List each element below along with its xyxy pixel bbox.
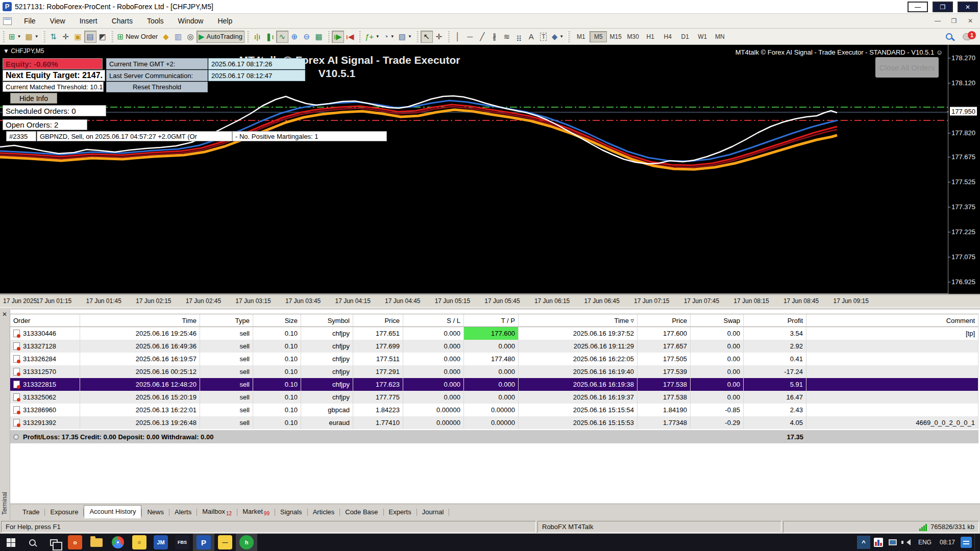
profiles-button[interactable]: ▦▼	[23, 31, 41, 43]
tab-experts[interactable]: Experts	[384, 506, 416, 518]
history-table-row[interactable]: 3133271282025.06.16 16:49:36sell0.10chfj…	[10, 340, 978, 353]
menu-charts[interactable]: Charts	[105, 14, 140, 28]
timeframe-w1[interactable]: W1	[694, 31, 711, 42]
tray-notification-icon[interactable]	[960, 536, 972, 548]
history-table-row[interactable]: 3133125702025.06.16 00:25:12sell0.10chfj…	[10, 365, 978, 378]
tray-display-icon[interactable]	[887, 536, 899, 548]
history-table-row[interactable]: 3133304462025.06.16 19:25:46sell0.10chfj…	[10, 327, 978, 340]
time-axis[interactable]: 17 Jun 202517 Jun 01:1517 Jun 01:4517 Ju…	[0, 294, 980, 307]
chart-close-icon[interactable]: ✕	[966, 17, 975, 24]
timeframe-d1[interactable]: D1	[676, 31, 694, 42]
price-scale[interactable]: 178.270178.120177.950177.820177.675177.5…	[948, 45, 980, 294]
restore-button[interactable]: ❐	[933, 2, 953, 12]
history-table-row[interactable]: 3133250622025.06.16 15:20:19sell0.10chfj…	[10, 391, 978, 404]
toolbar-grip[interactable]	[247, 31, 249, 42]
column-header-profit[interactable]: Profit	[744, 314, 806, 327]
data-window-button[interactable]: ✛	[60, 31, 72, 43]
chart-area[interactable]: MT4talk @ Forex AI Signal - Trade Execut…	[0, 45, 948, 294]
tab-market[interactable]: Market99	[237, 506, 275, 519]
zoom-in-button[interactable]: ⊕	[288, 31, 301, 43]
menu-view[interactable]: View	[43, 14, 72, 28]
channel-button[interactable]: ∦	[488, 31, 501, 43]
close-all-orders-button[interactable]: Close All Orders	[875, 57, 939, 78]
taskbar-search-button[interactable]	[21, 534, 43, 551]
tray-mt4-icon[interactable]	[872, 536, 885, 548]
taskbar-app-yellow[interactable]: —	[214, 534, 236, 551]
toolbar-grip[interactable]	[416, 31, 419, 42]
arrows-button[interactable]: ◆▼	[550, 31, 566, 43]
tab-news[interactable]: News	[142, 506, 169, 518]
strategy-tester-button[interactable]: ◩	[96, 31, 109, 43]
close-button[interactable]: ✕	[958, 2, 978, 12]
toolbar-grip[interactable]	[447, 31, 450, 42]
terminal-vertical-tab[interactable]: Terminal	[1, 492, 8, 515]
tab-mailbox[interactable]: Mailbox12	[197, 506, 237, 519]
grid-lines-button[interactable]: ⣶	[513, 31, 525, 43]
column-header-comment[interactable]: Comment	[806, 314, 978, 327]
menu-tools[interactable]: Tools	[140, 14, 171, 28]
tab-account-history[interactable]: Account History	[84, 505, 141, 518]
minimize-button[interactable]: —	[908, 2, 928, 12]
hide-info-button[interactable]: Hide Info	[10, 93, 57, 104]
timeframe-mn[interactable]: MN	[711, 31, 728, 42]
column-header-swap[interactable]: Swap	[691, 314, 744, 327]
indicators-button[interactable]: ƒ+▼	[363, 31, 382, 43]
history-table-row[interactable]: 3133228152025.06.16 12:48:20sell0.10chfj…	[10, 378, 978, 391]
fibonacci-button[interactable]: ≋	[501, 31, 513, 43]
text-button[interactable]: A	[525, 31, 537, 43]
column-header-size[interactable]: Size	[253, 314, 301, 327]
tile-windows-button[interactable]: ▦	[313, 31, 325, 43]
terminal-button[interactable]: ▤	[84, 31, 96, 43]
toolbar-grip[interactable]	[327, 31, 330, 42]
column-header-time[interactable]: Time	[80, 314, 200, 327]
history-table-row[interactable]: 3132869602025.06.13 16:22:01sell0.10gbpc…	[10, 404, 978, 416]
market-watch-button[interactable]: ⇅	[47, 31, 60, 43]
toolbar-grip[interactable]	[43, 31, 45, 42]
timeframe-m30[interactable]: M30	[624, 31, 642, 42]
menu-window[interactable]: Window	[171, 14, 211, 28]
taskbar-app-notes[interactable]: ≡	[129, 534, 150, 551]
text-label-button[interactable]: T	[537, 31, 550, 43]
timeframe-h4[interactable]: H4	[659, 31, 676, 42]
taskbar-app-mt4[interactable]: P	[193, 534, 214, 551]
history-table-row[interactable]: 3132913922025.06.13 19:26:48sell0.10eura…	[10, 416, 978, 429]
terminal-close-icon[interactable]: ✕	[2, 311, 7, 318]
toolbar-grip[interactable]	[111, 31, 113, 42]
taskbar-app-explorer[interactable]	[86, 534, 107, 551]
chart-shift-button[interactable]: ı◀	[344, 31, 356, 43]
auto-scroll-button[interactable]: ı▶	[332, 31, 344, 43]
chart-window-icon[interactable]	[3, 17, 12, 25]
taskbar-app-mail[interactable]: o	[64, 534, 86, 551]
tab-trade[interactable]: Trade	[17, 506, 44, 518]
notification-icon[interactable]: 1	[963, 33, 972, 40]
show-desktop-strip[interactable]	[974, 534, 977, 551]
menu-help[interactable]: Help	[210, 14, 239, 28]
chart-minimize-icon[interactable]: —	[933, 17, 942, 24]
timeframe-h1[interactable]: H1	[642, 31, 659, 42]
metaeditor-button[interactable]: ◆	[160, 31, 172, 43]
timeframe-m5[interactable]: M5	[590, 31, 607, 42]
line-chart-button[interactable]: ∿	[276, 31, 288, 43]
taskbar-app-chrome[interactable]	[107, 534, 129, 551]
timeframe-m15[interactable]: M15	[607, 31, 624, 42]
column-header-tp[interactable]: T / P	[464, 314, 519, 327]
chart-symbol-label[interactable]: ▼ CHFJPY,M5	[3, 47, 44, 55]
tray-clock[interactable]: 08:17	[937, 539, 958, 546]
tab-journal[interactable]: Journal	[417, 506, 449, 518]
tab-signals[interactable]: Signals	[275, 506, 307, 518]
column-header-type[interactable]: Type	[200, 314, 253, 327]
column-header-price[interactable]: Price	[353, 314, 403, 327]
vertical-line-button[interactable]: │	[452, 31, 464, 43]
reset-threshold-button[interactable]: Reset Threshold	[106, 82, 208, 92]
bar-chart-button[interactable]: ı|ı	[251, 31, 263, 43]
column-header-symbol[interactable]: Symbol	[301, 314, 353, 327]
task-view-button[interactable]	[43, 534, 64, 551]
toolbar-grip[interactable]	[2, 31, 5, 42]
trendline-button[interactable]: ╱	[476, 31, 488, 43]
search-icon[interactable]	[946, 33, 952, 40]
column-header-time2[interactable]: Time ▿	[519, 314, 638, 327]
tray-expand-icon[interactable]: ^	[857, 536, 870, 549]
column-header-sl[interactable]: S / L	[403, 314, 464, 327]
taskbar-app-jm[interactable]: JM	[150, 534, 172, 551]
new-order-button[interactable]: ⊞New Order	[115, 31, 160, 43]
